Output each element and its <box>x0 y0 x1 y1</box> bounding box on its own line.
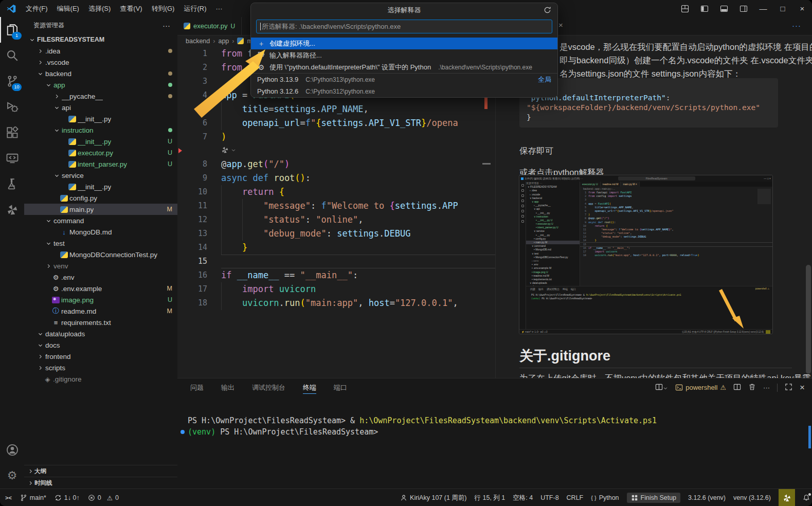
code-line[interactable]: 11 "message": f"Welcome to {settings.APP… <box>177 199 495 213</box>
code-line[interactable]: 8@app.get("/") <box>177 157 495 171</box>
close-icon[interactable]: × <box>792 0 812 17</box>
tree-item[interactable]: image.pngU <box>24 294 177 305</box>
close-icon[interactable]: × <box>558 21 563 29</box>
status-python-env[interactable]: venv (3.12.6) <box>733 494 771 501</box>
quickpick-item[interactable]: Python 3.13.9C:\Python313\python.exe全局 <box>251 74 557 85</box>
tree-item[interactable]: backend <box>24 68 177 79</box>
menu-item[interactable]: ··· <box>211 0 227 17</box>
command-decoration-dot[interactable] <box>181 430 185 434</box>
menu-item[interactable]: 文件(F) <box>21 0 52 17</box>
tree-item[interactable]: frontend <box>24 351 177 362</box>
tree-item[interactable]: __init__.py <box>24 113 177 124</box>
status-language-mode[interactable]: { }Python <box>591 494 619 501</box>
tree-item[interactable]: .idea <box>24 45 177 57</box>
breadcrumb-item[interactable]: app <box>218 38 229 45</box>
tree-item[interactable]: __init__.pyU <box>24 136 177 147</box>
menu-item[interactable]: 查看(V) <box>115 0 147 17</box>
tree-item[interactable]: docs <box>24 339 177 351</box>
code-line[interactable]: 17 import uvicorn <box>177 282 495 296</box>
terminal-instance-powershell[interactable]: powershell⚠ <box>675 384 726 391</box>
status-git-sync[interactable]: 1↓ 0↑ <box>55 494 80 501</box>
tree-item[interactable]: service <box>24 170 177 181</box>
quickpick-item[interactable]: +创建虚拟环境... <box>251 38 557 49</box>
status-blame[interactable]: KiriAky 107 (1 周前) <box>400 494 466 502</box>
status-notifications[interactable] <box>803 494 810 501</box>
tree-item[interactable]: ◈.gitignore <box>24 373 177 385</box>
status-finish-setup[interactable]: Finish Setup <box>627 493 680 503</box>
customize-layout-icon[interactable] <box>675 0 695 17</box>
toggle-sidebar-icon[interactable] <box>695 0 714 17</box>
code-line[interactable]: 15 <box>177 255 495 268</box>
tree-item[interactable]: data\uploads <box>24 328 177 339</box>
activity-item-testing[interactable] <box>0 171 24 197</box>
launch-profile-icon[interactable] <box>655 383 668 392</box>
status-problems[interactable]: 0⚠0 <box>88 494 119 502</box>
more-actions-icon[interactable]: ··· <box>163 21 170 30</box>
menu-item[interactable]: 选择(S) <box>84 0 115 17</box>
activity-item-accounts[interactable] <box>0 437 24 463</box>
tree-item[interactable]: main.pyM <box>24 204 177 215</box>
tree-item[interactable]: ⚙.env.exampleM <box>24 283 177 294</box>
status-eol[interactable]: CRLF <box>567 494 584 501</box>
editor-tab[interactable]: executor.pyU <box>177 17 242 35</box>
tree-item[interactable]: api <box>24 102 177 113</box>
tree-item[interactable]: command <box>24 215 177 226</box>
status-python-interpreter[interactable]: 3.12.6 (venv) <box>688 494 726 501</box>
panel-tab-输出[interactable]: 输出 <box>221 383 234 392</box>
expand-icon[interactable] <box>785 383 792 392</box>
code-line[interactable]: 14 } <box>177 241 495 255</box>
code-line[interactable]: 6 openapi_url=f"{settings.API_V1_STR}/op… <box>177 116 495 130</box>
panel-tab-终端[interactable]: 终端 <box>303 383 316 394</box>
tree-item[interactable]: app <box>24 79 177 91</box>
status-indentation[interactable]: 空格: 4 <box>513 494 533 502</box>
activity-item-extensions[interactable] <box>0 120 24 146</box>
tree-item[interactable]: MongoDBConnectionTest.py <box>24 249 177 260</box>
code-line[interactable]: 10 return { <box>177 185 495 199</box>
tree-item[interactable]: __init__.py <box>24 181 177 192</box>
activity-item-source-control[interactable]: 10 <box>0 68 24 94</box>
tree-item[interactable]: instruction <box>24 124 177 136</box>
tree-item[interactable]: ⚙.env <box>24 272 177 283</box>
code-line[interactable]: 18 uvicorn.run("main:app", host="127.0.0… <box>177 296 495 310</box>
quickpick-item[interactable]: Python 3.12.6C:\Python312\python.exe <box>251 85 557 97</box>
code-line[interactable]: 16if __name__ == "__main__": <box>177 268 495 282</box>
tree-item[interactable]: config.py <box>24 192 177 204</box>
status-remote-indicator[interactable]: >< <box>5 495 12 501</box>
maximize-icon[interactable]: □ <box>773 0 792 17</box>
menu-item[interactable]: 运行(R) <box>179 0 211 17</box>
quickpick-input[interactable]: 所选解释器: .\backend\venv\Scripts\python.exe <box>256 20 552 33</box>
extension-lens-icon[interactable] <box>221 146 236 154</box>
activity-item-remote-explorer[interactable] <box>0 146 24 171</box>
activity-item-search[interactable] <box>0 43 24 68</box>
status-encoding[interactable]: UTF-8 <box>540 494 558 501</box>
panel-tab-问题[interactable]: 问题 <box>190 383 204 392</box>
quickpick-item[interactable]: 输入解释器路径... <box>251 49 557 61</box>
close-icon[interactable]: × <box>800 383 805 393</box>
menu-item[interactable]: 转到(G) <box>147 0 179 17</box>
toggle-secondary-sidebar-icon[interactable] <box>734 0 753 17</box>
quickpick-item-action[interactable]: 全局 <box>538 75 551 84</box>
activity-item-run-debug[interactable] <box>0 94 24 120</box>
tree-item[interactable]: intent_parser.pyU <box>24 158 177 170</box>
tree-item[interactable]: scripts <box>24 362 177 373</box>
sidebar-section-时间线[interactable]: 时间线 <box>24 477 177 489</box>
activity-item-extension-pinwheel[interactable] <box>0 197 24 223</box>
code-line[interactable]: 12 "status": "online", <box>177 213 495 227</box>
trash-icon[interactable] <box>748 383 756 392</box>
minimize-icon[interactable]: — <box>753 0 773 17</box>
panel-tab-端口[interactable]: 端口 <box>334 383 347 392</box>
scrollbar[interactable] <box>806 265 811 374</box>
code-line[interactable]: 5 title=settings.APP_NAME, <box>177 102 495 116</box>
panel-tab-调试控制台[interactable]: 调试控制台 <box>252 383 285 392</box>
quickpick-item[interactable]: ⚙使用 \"python.defaultInterpreterPath\" 设置… <box>251 61 557 74</box>
tree-item[interactable]: venv <box>24 260 177 272</box>
status-git-branch[interactable]: main* <box>20 494 46 501</box>
sidebar-section-大纲[interactable]: 大纲 <box>24 465 177 477</box>
tree-item[interactable]: test <box>24 238 177 249</box>
more-actions-icon[interactable]: ··· <box>792 21 801 30</box>
tree-item[interactable]: FILESREADSYSTEAM <box>24 34 177 45</box>
status-cursor-position[interactable]: 行 15, 列 1 <box>475 494 506 502</box>
toggle-panel-icon[interactable] <box>714 0 734 17</box>
terminal-scrollbar[interactable] <box>808 426 811 448</box>
code-line[interactable]: 7) <box>177 130 495 144</box>
